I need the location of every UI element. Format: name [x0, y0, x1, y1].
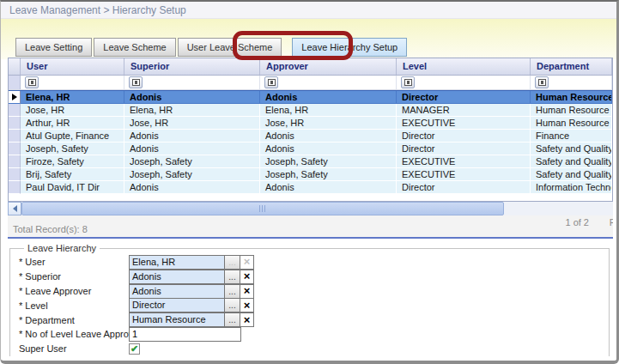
tab-user-leave-scheme[interactable]: User Leave Scheme [178, 38, 282, 57]
cell-level[interactable]: Director [397, 130, 531, 143]
cell-approver[interactable]: Adonis [260, 143, 397, 155]
row-selector[interactable] [9, 91, 21, 104]
table-row[interactable]: Elena, HR Adonis Adonis Director Human R… [9, 90, 612, 104]
cell-department[interactable]: Finance [531, 130, 612, 143]
filter-button-level[interactable] [401, 76, 415, 88]
superior-browse-button[interactable]: ... [225, 270, 240, 284]
row-selector[interactable] [9, 143, 21, 155]
table-row[interactable]: Arthur, HR Jose, HR Jose, HR EXECUTIVE H… [9, 117, 612, 130]
scroll-left-button[interactable] [8, 202, 21, 215]
cell-level[interactable]: Director [397, 91, 531, 104]
table-row[interactable]: Jose, HR Elena, HR Elena, HR MANAGER Hum… [9, 104, 612, 117]
superior-field[interactable]: Adonis [129, 270, 225, 284]
user-clear-button[interactable]: × [240, 255, 254, 270]
column-header-approver[interactable]: Approver [260, 58, 397, 75]
tab-leave-hierarchy-setup[interactable]: Leave Hierarchy Setup [292, 38, 407, 57]
cell-user[interactable]: Atul Gupte, Finance [21, 130, 124, 143]
cell-superior[interactable]: Adonis [124, 91, 260, 104]
superior-clear-button[interactable]: × [240, 270, 254, 284]
filter-button-user[interactable] [25, 76, 39, 88]
cell-approver[interactable]: Adonis [260, 91, 397, 104]
user-browse-button[interactable]: ... [225, 255, 240, 270]
table-row[interactable]: Atul Gupte, Finance Adonis Adonis Direct… [9, 130, 612, 143]
horizontal-scrollbar[interactable] [8, 202, 613, 215]
table-row[interactable]: Brij, Safety Joseph, Safety Joseph, Safe… [9, 168, 612, 181]
cell-superior[interactable]: Adonis [124, 130, 260, 143]
cell-department[interactable]: Human Resource [531, 104, 612, 117]
super-user-checkbox[interactable]: ✔ [129, 343, 140, 355]
cell-user[interactable]: Paul David, IT Dir [21, 181, 124, 194]
column-header-user[interactable]: User [21, 58, 124, 75]
row-selector[interactable] [9, 155, 21, 168]
cell-level[interactable]: EXECUTIVE [397, 155, 531, 168]
filter-button-department[interactable] [535, 76, 549, 88]
cell-level[interactable]: Director [397, 143, 531, 155]
level-browse-button[interactable]: ... [225, 298, 240, 312]
column-header-level[interactable]: Level [397, 58, 531, 75]
column-header-superior[interactable]: Superior [124, 58, 260, 75]
cell-department[interactable]: Safety and Quality [531, 168, 612, 181]
tab-leave-setting[interactable]: Leave Setting [15, 38, 92, 57]
user-field[interactable]: Elena, HR [129, 255, 225, 270]
column-header-department[interactable]: Department [531, 58, 612, 75]
filter-button-superior[interactable] [129, 76, 143, 88]
cell-department[interactable]: Human Resource [531, 91, 612, 104]
row-selector[interactable] [9, 104, 21, 117]
leave-approver-clear-button[interactable]: × [240, 284, 254, 299]
cell-superior[interactable]: Joseph, Safety [124, 168, 260, 181]
page-indicator-clipped: P [610, 217, 613, 228]
table-row[interactable]: Firoze, Safety Joseph, Safety Joseph, Sa… [9, 155, 612, 168]
row-selector[interactable] [9, 181, 21, 194]
cell-approver[interactable]: Joseph, Safety [260, 168, 397, 181]
cell-superior[interactable]: Jose, HR [124, 117, 260, 130]
super-user-label: Super User [19, 343, 129, 354]
cell-department[interactable]: Safety and Quality [531, 143, 612, 155]
cell-superior[interactable]: Adonis [124, 143, 260, 155]
row-selector[interactable] [9, 168, 21, 181]
leave-approver-browse-button[interactable]: ... [225, 284, 240, 299]
check-icon: ✔ [130, 344, 138, 354]
no-of-level-input[interactable] [129, 327, 241, 342]
department-clear-button[interactable]: × [240, 312, 254, 327]
total-records-label: Total Record(s): 8 [13, 224, 88, 234]
level-label: * Level [19, 300, 129, 311]
superior-label: * Superior [19, 271, 129, 282]
cell-user[interactable]: Arthur, HR [21, 117, 124, 130]
row-selector[interactable] [9, 117, 21, 130]
level-clear-button[interactable]: × [240, 298, 254, 312]
table-row[interactable]: Joseph, Safety Adonis Adonis Director Sa… [9, 143, 612, 155]
cell-level[interactable]: MANAGER [397, 104, 531, 117]
scrollbar-thumb[interactable] [21, 202, 504, 215]
leave-approver-field[interactable]: Adonis [129, 284, 225, 299]
row-selector[interactable] [9, 130, 21, 143]
cell-user[interactable]: Brij, Safety [21, 168, 124, 181]
department-browse-button[interactable]: ... [225, 312, 240, 327]
cell-level[interactable]: Director [397, 181, 531, 194]
no-of-level-label: * No of Level Leave Approval [19, 329, 129, 339]
department-field[interactable]: Human Resource [129, 312, 225, 327]
cell-approver[interactable]: Elena, HR [260, 104, 397, 117]
cell-department[interactable]: Information Technology [531, 181, 612, 194]
cell-approver[interactable]: Jose, HR [260, 117, 397, 130]
cell-level[interactable]: EXECUTIVE [397, 168, 531, 181]
cell-approver[interactable]: Joseph, Safety [260, 155, 397, 168]
cell-approver[interactable]: Adonis [260, 181, 397, 194]
cell-superior[interactable]: Elena, HR [124, 104, 260, 117]
cell-level[interactable]: EXECUTIVE [397, 117, 531, 130]
cell-superior[interactable]: Joseph, Safety [124, 155, 260, 168]
table-row[interactable]: Paul David, IT Dir Adonis Adonis Directo… [9, 181, 612, 194]
tab-leave-scheme[interactable]: Leave Scheme [94, 38, 175, 57]
tab-bar: Leave Setting Leave Scheme User Leave Sc… [15, 38, 407, 57]
filter-button-approver[interactable] [264, 76, 278, 88]
leave-hierarchy-form: Leave Hierarchy * User Elena, HR ... × *… [9, 243, 610, 356]
cell-department[interactable]: Safety and Quality [531, 155, 612, 168]
cell-department[interactable]: Human Resource [531, 117, 612, 130]
cell-user[interactable]: Elena, HR [21, 91, 124, 104]
cell-user[interactable]: Jose, HR [21, 104, 124, 117]
cell-user[interactable]: Firoze, Safety [21, 155, 124, 168]
hierarchy-table: User Superior Approver Level Department … [8, 58, 613, 202]
cell-superior[interactable]: Adonis [124, 181, 260, 194]
cell-approver[interactable]: Adonis [260, 130, 397, 143]
level-field[interactable]: Director [129, 298, 225, 312]
cell-user[interactable]: Joseph, Safety [21, 143, 124, 155]
